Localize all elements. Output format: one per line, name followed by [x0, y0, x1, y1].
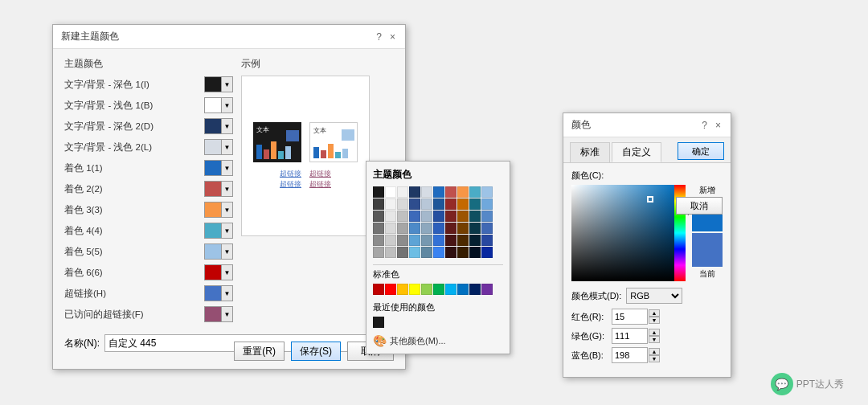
color-swatch-btn-6[interactable]: ▼ — [204, 202, 233, 218]
theme-colors-grid[interactable] — [373, 186, 503, 258]
theme-cell-5-6[interactable] — [445, 247, 457, 258]
theme-cell-2-5[interactable] — [433, 211, 444, 222]
main-dialog-close[interactable]: × — [388, 31, 397, 43]
theme-cell-2-1[interactable] — [385, 211, 396, 222]
more-colors-btn[interactable]: 🎨 其他颜色(M)... — [373, 334, 503, 347]
theme-cell-5-2[interactable] — [397, 247, 408, 258]
blue-input[interactable] — [612, 347, 648, 363]
std-color-7[interactable] — [457, 284, 469, 295]
tab-custom[interactable]: 自定义 — [612, 142, 661, 162]
theme-cell-3-4[interactable] — [421, 223, 432, 234]
saturation-canvas[interactable] — [571, 185, 671, 281]
theme-cell-4-1[interactable] — [385, 235, 396, 246]
color-swatch-btn-0[interactable]: ▼ — [204, 76, 233, 92]
theme-cell-0-2[interactable] — [397, 186, 408, 198]
theme-cell-1-3[interactable] — [409, 198, 420, 210]
theme-cell-1-9[interactable] — [481, 198, 493, 210]
theme-cell-0-0[interactable] — [373, 186, 384, 198]
recent-colors-row[interactable] — [373, 317, 503, 328]
custom-dialog-close[interactable]: × — [714, 120, 723, 131]
theme-cell-4-9[interactable] — [481, 235, 493, 246]
theme-cell-1-6[interactable] — [445, 198, 457, 210]
blue-spin-up[interactable]: ▲ — [649, 348, 660, 355]
theme-cell-2-7[interactable] — [457, 211, 469, 222]
theme-cell-0-7[interactable] — [457, 186, 469, 198]
theme-cell-4-6[interactable] — [445, 235, 457, 246]
main-dialog-help[interactable]: ? — [375, 31, 383, 43]
theme-cell-1-8[interactable] — [469, 198, 481, 210]
std-color-3[interactable] — [409, 284, 420, 295]
blue-spin-down[interactable]: ▼ — [649, 355, 660, 362]
theme-cell-5-5[interactable] — [433, 247, 444, 258]
theme-cell-2-3[interactable] — [409, 211, 420, 222]
green-spin-up[interactable]: ▲ — [649, 329, 660, 336]
std-color-4[interactable] — [421, 284, 432, 295]
theme-cell-4-5[interactable] — [433, 235, 444, 246]
theme-cell-5-3[interactable] — [409, 247, 420, 258]
custom-cancel-button[interactable]: 取消 — [676, 197, 723, 215]
theme-cell-4-8[interactable] — [469, 235, 481, 246]
color-swatch-btn-11[interactable]: ▼ — [204, 306, 233, 322]
standard-colors-row[interactable] — [373, 284, 503, 295]
theme-cell-5-4[interactable] — [421, 247, 432, 258]
std-color-2[interactable] — [397, 284, 408, 295]
save-button[interactable]: 保存(S) — [291, 342, 341, 361]
theme-cell-1-4[interactable] — [421, 198, 432, 210]
std-color-8[interactable] — [469, 284, 481, 295]
theme-cell-3-8[interactable] — [469, 223, 481, 234]
green-spin-down[interactable]: ▼ — [649, 336, 660, 343]
theme-cell-0-5[interactable] — [433, 186, 444, 198]
red-spin-up[interactable]: ▲ — [649, 309, 660, 317]
theme-cell-4-7[interactable] — [457, 235, 469, 246]
theme-cell-5-7[interactable] — [457, 247, 469, 258]
theme-cell-4-4[interactable] — [421, 235, 432, 246]
green-input[interactable] — [612, 328, 648, 344]
std-color-9[interactable] — [481, 284, 493, 295]
theme-cell-4-2[interactable] — [397, 235, 408, 246]
theme-cell-0-4[interactable] — [421, 186, 432, 198]
theme-cell-3-3[interactable] — [409, 223, 420, 234]
std-color-1[interactable] — [385, 284, 396, 295]
color-swatch-btn-5[interactable]: ▼ — [204, 181, 233, 197]
theme-cell-3-6[interactable] — [445, 223, 457, 234]
std-color-0[interactable] — [373, 284, 384, 295]
color-swatch-btn-7[interactable]: ▼ — [204, 223, 233, 239]
theme-cell-2-8[interactable] — [469, 211, 481, 222]
theme-cell-2-6[interactable] — [445, 211, 457, 222]
theme-cell-3-1[interactable] — [385, 223, 396, 234]
theme-cell-5-9[interactable] — [481, 247, 493, 258]
color-swatch-btn-3[interactable]: ▼ — [204, 139, 233, 155]
theme-cell-4-0[interactable] — [373, 235, 384, 246]
red-spin-down[interactable]: ▼ — [649, 317, 660, 324]
theme-cell-0-3[interactable] — [409, 186, 420, 198]
recent-color-0[interactable] — [373, 317, 384, 328]
theme-cell-1-0[interactable] — [373, 198, 384, 210]
color-swatch-btn-2[interactable]: ▼ — [204, 118, 233, 134]
theme-cell-3-5[interactable] — [433, 223, 444, 234]
theme-cell-3-7[interactable] — [457, 223, 469, 234]
theme-cell-1-7[interactable] — [457, 198, 469, 210]
theme-cell-3-0[interactable] — [373, 223, 384, 234]
theme-cell-5-1[interactable] — [385, 247, 396, 258]
custom-dialog-help[interactable]: ? — [700, 120, 709, 131]
std-color-5[interactable] — [433, 284, 444, 295]
color-swatch-btn-8[interactable]: ▼ — [204, 243, 233, 260]
theme-cell-0-8[interactable] — [469, 186, 481, 198]
reset-button[interactable]: 重置(R) — [234, 342, 285, 361]
theme-cell-5-8[interactable] — [469, 247, 481, 258]
theme-cell-2-0[interactable] — [373, 211, 384, 222]
theme-cell-3-9[interactable] — [481, 223, 493, 234]
theme-cell-1-1[interactable] — [385, 198, 396, 210]
color-mode-select[interactable]: RGB — [626, 288, 682, 304]
theme-cell-5-0[interactable] — [373, 247, 384, 258]
ok-button[interactable]: 确定 — [678, 142, 724, 160]
theme-cell-0-1[interactable] — [385, 186, 396, 198]
red-input[interactable] — [612, 309, 648, 325]
theme-cell-3-2[interactable] — [397, 223, 408, 234]
tab-standard[interactable]: 标准 — [570, 142, 610, 162]
theme-cell-1-2[interactable] — [397, 198, 408, 210]
color-swatch-btn-9[interactable]: ▼ — [204, 264, 233, 280]
color-swatch-btn-4[interactable]: ▼ — [204, 160, 233, 176]
color-swatch-btn-10[interactable]: ▼ — [204, 285, 233, 301]
std-color-6[interactable] — [445, 284, 457, 295]
